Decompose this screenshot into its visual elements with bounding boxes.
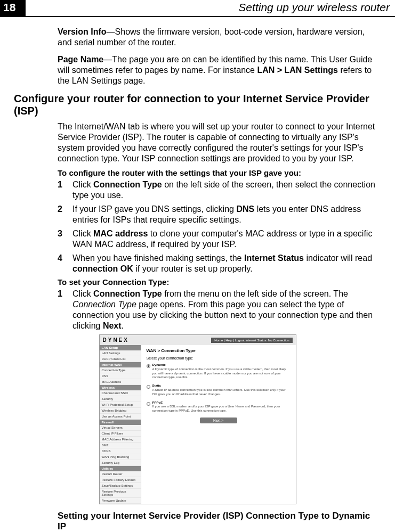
text: from the menu on the left side of the sc… [162,289,348,298]
page-number: 18 [0,0,26,16]
option-body: PPPoE If you use a DSL modem and/or your… [152,401,291,413]
menu-item: MAC Address Filtering [100,437,141,443]
menu-category: Utilities [100,466,141,471]
menu-item: WAN Ping Blocking [100,454,141,460]
menu-item: Restore Previous Settings [100,489,141,498]
option-body: Dynamic A Dynamic type of connection is … [152,363,291,380]
menu-item: Wireless Bridging [100,408,141,414]
menu-item: Channel and SSID [100,390,141,396]
procedure-2-heading: To set your Connection Type: [58,277,381,287]
option-desc: A Static IP address connection type is l… [152,388,286,396]
text: indicator will read [304,253,372,263]
step-3: 3 Click MAC address to clone your comput… [58,228,381,250]
menu-item: DNS [100,373,141,379]
step-body: Click Connection Type from the menu on t… [72,289,381,331]
menu-item: LAN Settings [100,350,141,356]
select-label: Select your connection type: [147,356,291,360]
menu-item: Restore Factory Default [100,477,141,483]
option-title: Dynamic [152,363,291,367]
menu-item: Security Log [100,460,141,466]
step-4: 4 When you have finished making settings… [58,253,381,274]
menu-item: Firmware Update [100,498,141,504]
option-body: Static A Static IP address connection ty… [152,384,291,396]
step-number: 1 [58,179,72,201]
text: Click [72,229,93,238]
menu-item: Save/Backup Settings [100,483,141,489]
bold-text: connection OK [72,264,133,273]
ui-top-links: Home | Help | Logout Internet Status: No… [211,338,292,343]
bold-text: MAC address [93,229,148,238]
menu-category: Internet WAN [100,362,141,367]
text: . [122,321,124,330]
header-rule [0,16,395,17]
menu-item: DMZ [100,443,141,448]
menu-item: Restart Router [100,471,141,477]
menu-item: Virtual Servers [100,425,141,431]
radio-icon [147,402,150,406]
text: When you have finished making settings, … [72,253,244,263]
step-1: 1 Click Connection Type on the left side… [58,179,381,201]
ui-header: DYNEX Home | Help | Logout Internet Stat… [100,335,296,345]
step-body: Click Connection Type on the left side o… [72,179,381,201]
procedure-2-steps: 1 Click Connection Type from the menu on… [58,289,381,331]
menu-item: Connection Type [100,367,141,373]
step-2: 2 If your ISP gave you DNS settings, cli… [58,204,381,225]
text: Click [72,180,93,189]
procedure-1-steps: 1 Click Connection Type on the left side… [58,179,381,274]
radio-icon [147,385,150,389]
version-info-paragraph: Version Info—Shows the firmware version,… [58,27,381,48]
menu-item: Security [100,396,141,402]
top-links-text: Home | Help | Logout Internet Status: [214,339,267,342]
menu-item: Use as Access Point [100,414,141,420]
step-body: When you have finished making settings, … [72,253,381,274]
bold-text: Connection Type [93,180,162,189]
menu-category: Firewall [100,420,141,425]
step-body: Click MAC address to clone your computer… [72,228,381,250]
page-name-label: Page Name [58,55,103,64]
step-number: 1 [58,289,72,331]
step-1: 1 Click Connection Type from the menu on… [58,289,381,331]
option-title: Static [152,384,291,388]
step-body: If your ISP gave you DNS settings, click… [72,204,381,225]
page-name-bold: LAN > LAN Settings [257,66,338,75]
section-heading: Configure your router for connection to … [14,93,381,117]
router-ui-screenshot: DYNEX Home | Help | Logout Internet Stat… [99,334,296,504]
procedure-1-heading: To configure the router with the setting… [58,168,381,177]
internet-status: No Connection [268,339,289,342]
option-desc: If you use a DSL modem and/or your ISP g… [152,405,280,412]
intro-b: Internet/WAN [75,122,125,131]
bold-text: DNS [236,204,254,214]
text: If your ISP gave you DNS settings, click… [72,204,236,214]
text: Click [72,289,93,298]
chapter-title: Setting up your wireless router [26,0,395,14]
menu-category: Wireless [100,385,141,390]
page-name-paragraph: Page Name—The page you are on can be ide… [58,54,381,86]
menu-item: MAC Address [100,379,141,385]
ui-sidebar: LAN Setup LAN Settings DHCP Client List … [100,345,141,504]
next-button: Next > [200,418,237,423]
step-number: 2 [58,204,72,225]
option-dynamic: Dynamic A Dynamic type of connection is … [147,363,291,380]
menu-item: Client IP Filters [100,431,141,437]
radio-icon [147,364,150,368]
option-title: PPPoE [152,401,291,405]
brand-logo: DYNEX [103,337,129,343]
bold-text: Internet Status [244,253,304,263]
step-number: 4 [58,253,72,274]
menu-category: LAN Setup [100,345,141,350]
version-info-label: Version Info [58,27,107,36]
page-content: Version Info—Shows the firmware version,… [0,16,395,532]
text: if your router is set up properly. [133,264,253,273]
bold-text: Connection Type [93,289,162,298]
menu-item: Wi-Fi Protected Setup [100,402,141,408]
option-static: Static A Static IP address connection ty… [147,384,291,396]
bold-text: Next [103,321,122,330]
option-pppoe: PPPoE If you use a DSL modem and/or your… [147,401,291,413]
intro-paragraph: The Internet/WAN tab is where you will s… [58,121,381,164]
ui-body: LAN Setup LAN Settings DHCP Client List … [100,345,296,504]
ui-breadcrumb: WAN > Connection Type [147,348,291,353]
step-number: 3 [58,228,72,250]
sub-heading: Setting your Internet Service Provider (… [58,511,381,532]
menu-item: DDNS [100,448,141,454]
page-header: 18 Setting up your wireless router [0,0,395,16]
